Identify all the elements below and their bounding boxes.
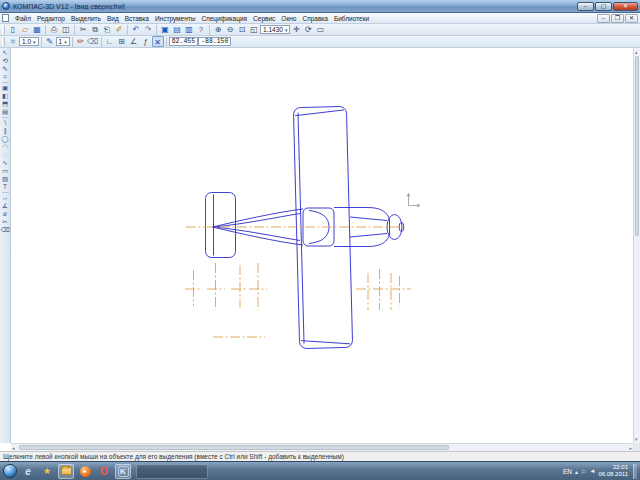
cut-icon[interactable]: ✂ [77,24,89,35]
volume-icon[interactable]: ◄ [589,468,595,474]
menu-file[interactable]: Файл [12,15,34,22]
coordinate-x-field[interactable]: 62.455 [169,37,198,46]
zoom-in-icon[interactable]: ⊕ [212,24,224,35]
minimize-button[interactable]: – [577,2,594,11]
save-icon[interactable]: ▦ [31,24,43,35]
close-button[interactable]: ✕ [613,2,638,11]
favorites-app-icon[interactable]: ★ [39,464,55,479]
airplane-drawing[interactable] [206,106,404,348]
grid-toggle-icon[interactable]: ⊞ [116,36,128,47]
menu-service[interactable]: Сервис [250,15,278,22]
coordinate-y-field[interactable]: -88.150 [198,37,231,46]
pan-icon[interactable]: ✛ [290,24,302,35]
menu-help[interactable]: Справка [299,15,331,22]
pencil-icon[interactable]: ✏ [75,36,87,47]
specification-icon-3[interactable]: ▥ [183,24,195,35]
menu-view[interactable]: Вид [104,15,122,22]
paste-icon[interactable]: ⎗ [101,24,113,35]
clock[interactable]: 22:01 06.08.2011 [598,464,630,478]
tool-line-icon[interactable]: ∖ [1,119,10,127]
eraser-icon[interactable]: ⌫ [87,36,99,47]
hidden-icons-chevron[interactable]: ▴ [575,468,578,475]
maximize-button[interactable]: ▢ [595,2,612,11]
media-player-icon[interactable]: ▸ [77,464,93,479]
zoom-area-icon[interactable]: ⊡ [236,24,248,35]
tool-circle-icon[interactable]: ◯ [1,135,10,143]
print-icon[interactable]: ⎙ [48,24,60,35]
airplane-wing[interactable] [293,106,352,348]
print-preview-icon[interactable]: ◫ [60,24,72,35]
tool-spline-icon[interactable]: ∿ [1,159,10,167]
panel-designation-icon[interactable]: ⬒ [1,100,10,108]
menu-insert[interactable]: Вставка [122,15,152,22]
cursor-step-icon[interactable]: ⌗ [7,36,19,47]
copy-icon[interactable]: ⧉ [89,24,101,35]
drawing-view[interactable] [0,48,640,451]
menu-libraries[interactable]: Библиотеки [331,15,372,22]
vertical-scrollbar[interactable]: ▴ ▾ [633,48,640,443]
macro-icon[interactable]: ƒ [140,36,152,47]
specification-icon-2[interactable]: ▤ [171,24,183,35]
undo-icon[interactable]: ↶ [130,24,142,35]
panel-dimensions-icon[interactable]: ◧ [1,92,10,100]
cursor-step-combo[interactable]: 1.0 ▾ [19,37,39,46]
orthogonal-drawing-icon[interactable]: ∟ [104,36,116,47]
mdi-minimize-button[interactable]: – [597,14,610,23]
mdi-close-button[interactable]: ✕ [625,14,638,23]
open-document-icon[interactable]: ▱ [19,24,31,35]
panel-geometry-icon[interactable]: ▣ [1,84,10,92]
toolbar-grip[interactable] [2,37,5,46]
mdi-restore-button[interactable]: ❐ [611,14,624,23]
tool-delete-icon[interactable]: ⌫ [1,226,10,234]
tool-parallel-line-icon[interactable]: ∥ [1,127,10,135]
tool-pointer-icon[interactable]: ↖ [1,49,10,57]
opera-icon[interactable]: O [96,464,112,479]
tool-linear-dimension-icon[interactable]: ↔ [1,194,10,202]
menu-editor[interactable]: Редактор [34,15,68,22]
kompas-app-icon[interactable]: K [115,464,131,479]
current-layer-icon[interactable]: ✎ [44,36,56,47]
document-icon[interactable] [2,14,9,22]
refresh-view-icon[interactable]: ⟳ [302,24,314,35]
tool-text-icon[interactable]: T [1,183,10,191]
specification-icon-1[interactable]: ▣ [159,24,171,35]
panel-editing-icon[interactable]: ▤ [1,108,10,116]
show-desktop-button[interactable] [633,464,637,479]
horizontal-scrollbar[interactable]: ◂ ▸ [11,443,633,451]
tool-grid-icon[interactable]: ⌗ [1,73,10,81]
tool-edit-icon[interactable]: ✎ [1,65,10,73]
current-scale-combo[interactable]: 1.1430 ▾ [260,25,290,34]
action-center-icon[interactable]: ⚐ [581,468,586,475]
explorer-folder-icon[interactable] [58,464,74,479]
local-cs-icon[interactable]: ∠ [128,36,140,47]
scroll-down-icon[interactable]: ▾ [635,435,638,443]
tool-diameter-dimension-icon[interactable]: ⌀ [1,210,10,218]
snaps-icon[interactable]: ✕ [152,36,164,47]
show-all-icon[interactable]: ◱ [248,24,260,35]
scroll-up-icon[interactable]: ▴ [635,48,638,56]
zoom-out-icon[interactable]: ⊖ [224,24,236,35]
tool-trim-icon[interactable]: ✂ [1,218,10,226]
tool-rotate-icon[interactable]: ⟲ [1,57,10,65]
redo-icon[interactable]: ↷ [142,24,154,35]
menu-tools[interactable]: Инструменты [152,15,199,22]
language-indicator[interactable]: EN [563,468,572,475]
menu-window[interactable]: Окно [278,15,299,22]
fit-page-icon[interactable]: ▭ [314,24,326,35]
menu-select[interactable]: Выделить [68,15,104,22]
menu-specification[interactable]: Спецификация [198,15,250,22]
current-layer-combo[interactable]: 1 ▾ [56,37,70,46]
tool-arc-icon[interactable]: ◠ [1,143,10,151]
internet-explorer-icon[interactable]: e [20,464,36,479]
new-document-icon[interactable]: ▯ [7,24,19,35]
start-button[interactable] [3,464,17,478]
tool-hatch-icon[interactable]: ▨ [1,175,10,183]
active-window-button[interactable] [136,464,208,479]
tool-rectangle-icon[interactable]: ▭ [1,167,10,175]
copy-properties-icon[interactable]: ✐ [113,24,125,35]
vertical-scroll-thumb[interactable] [635,56,639,236]
toolbar-grip[interactable] [2,25,5,34]
tool-angular-dimension-icon[interactable]: ∡ [1,202,10,210]
horizontal-scroll-thumb[interactable] [19,445,449,450]
tool-ellipse-icon[interactable]: ◌ [1,151,10,159]
